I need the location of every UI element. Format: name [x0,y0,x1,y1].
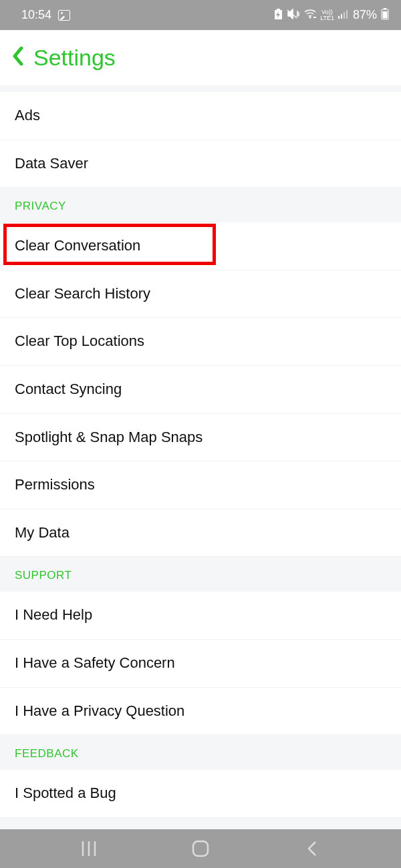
back-button[interactable] [299,835,325,862]
settings-item-label: I Have a Privacy Question [15,702,184,719]
svg-point-0 [309,17,311,19]
home-button[interactable] [187,835,214,862]
settings-item-label: Permissions [15,476,95,493]
battery-percent: 87% [353,8,377,22]
back-icon[interactable] [12,47,24,69]
wifi-icon [304,9,316,21]
svg-rect-4 [346,10,348,19]
settings-item-clear-conversation[interactable]: Clear Conversation [0,222,401,270]
battery-saver-icon [274,9,283,21]
mute-vibrate-icon [287,9,300,21]
svg-rect-1 [338,16,340,19]
settings-item-label: Ads [15,107,40,124]
android-nav-bar [0,829,401,868]
settings-item-label: Spotlight & Snap Map Snaps [15,429,203,445]
section-header-support: SUPPORT [0,557,401,592]
settings-item-label: Clear Conversation [15,237,140,254]
section-header-feedback: FEEDBACK [0,735,401,770]
settings-item-clear-search-history[interactable]: Clear Search History [0,270,401,318]
status-time: 10:54 [21,8,51,22]
svg-rect-7 [383,11,388,19]
settings-item-ads[interactable]: Ads [0,92,401,140]
settings-header: Settings [0,30,401,85]
settings-item-i-have-a-privacy-question[interactable]: I Have a Privacy Question [0,688,401,736]
page-title: Settings [33,45,116,71]
recents-button[interactable] [76,835,102,862]
section-header-privacy: PRIVACY [0,188,401,222]
settings-item-label: Clear Top Locations [15,333,144,349]
settings-item-label: Contact Syncing [15,381,122,397]
settings-item-clear-top-locations[interactable]: Clear Top Locations [0,318,401,366]
settings-item-permissions[interactable]: Permissions [0,461,401,509]
settings-item-data-saver[interactable]: Data Saver [0,140,401,188]
settings-item-label: I Have a Safety Concern [15,654,175,671]
status-right: Vo)) LTE1 87% [274,8,389,22]
status-left: 10:54 [21,8,70,22]
lte-label: Vo)) LTE1 [320,9,334,21]
settings-item-label: Data Saver [15,155,88,172]
settings-item-i-spotted-a-bug[interactable]: I Spotted a Bug [0,770,401,818]
battery-icon [381,8,389,22]
settings-item-my-data[interactable]: My Data [0,509,401,558]
signal-icon [338,9,349,21]
settings-item-label: Clear Search History [15,285,150,302]
picture-icon [58,10,70,21]
svg-rect-3 [344,12,345,19]
settings-list: AdsData SaverPRIVACYClear ConversationCl… [0,85,401,818]
settings-item-label: I Need Help [15,606,92,623]
svg-rect-2 [341,14,342,19]
settings-item-spotlight-snap-map-snaps[interactable]: Spotlight & Snap Map Snaps [0,414,401,462]
settings-item-label: I Spotted a Bug [15,785,116,801]
settings-item-contact-syncing[interactable]: Contact Syncing [0,366,401,414]
status-bar: 10:54 Vo)) LTE1 87% [0,0,401,30]
svg-rect-11 [193,841,208,856]
settings-item-i-need-help[interactable]: I Need Help [0,592,401,640]
settings-item-i-have-a-safety-concern[interactable]: I Have a Safety Concern [0,640,401,688]
settings-item-label: My Data [15,524,70,541]
